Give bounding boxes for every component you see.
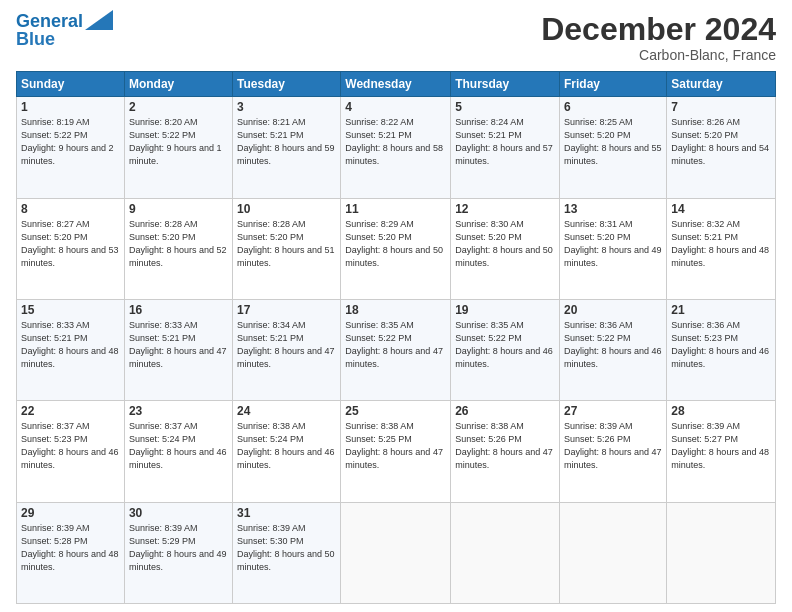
day-info: Sunrise: 8:22 AMSunset: 5:21 PMDaylight:… — [345, 116, 446, 168]
calendar-cell: 29Sunrise: 8:39 AMSunset: 5:28 PMDayligh… — [17, 502, 125, 603]
calendar-cell: 1Sunrise: 8:19 AMSunset: 5:22 PMDaylight… — [17, 97, 125, 198]
day-number: 8 — [21, 202, 120, 216]
day-info: Sunrise: 8:36 AMSunset: 5:22 PMDaylight:… — [564, 319, 662, 371]
day-number: 20 — [564, 303, 662, 317]
logo-text-general: General — [16, 11, 83, 31]
calendar-cell: 8Sunrise: 8:27 AMSunset: 5:20 PMDaylight… — [17, 198, 125, 299]
day-info: Sunrise: 8:39 AMSunset: 5:29 PMDaylight:… — [129, 522, 228, 574]
day-info: Sunrise: 8:39 AMSunset: 5:28 PMDaylight:… — [21, 522, 120, 574]
day-number: 23 — [129, 404, 228, 418]
calendar-cell: 17Sunrise: 8:34 AMSunset: 5:21 PMDayligh… — [233, 299, 341, 400]
calendar-cell: 11Sunrise: 8:29 AMSunset: 5:20 PMDayligh… — [341, 198, 451, 299]
calendar-cell: 16Sunrise: 8:33 AMSunset: 5:21 PMDayligh… — [124, 299, 232, 400]
calendar-cell: 24Sunrise: 8:38 AMSunset: 5:24 PMDayligh… — [233, 401, 341, 502]
day-info: Sunrise: 8:38 AMSunset: 5:25 PMDaylight:… — [345, 420, 446, 472]
day-number: 7 — [671, 100, 771, 114]
day-info: Sunrise: 8:33 AMSunset: 5:21 PMDaylight:… — [129, 319, 228, 371]
day-info: Sunrise: 8:30 AMSunset: 5:20 PMDaylight:… — [455, 218, 555, 270]
day-number: 28 — [671, 404, 771, 418]
day-number: 11 — [345, 202, 446, 216]
day-info: Sunrise: 8:20 AMSunset: 5:22 PMDaylight:… — [129, 116, 228, 168]
day-info: Sunrise: 8:39 AMSunset: 5:26 PMDaylight:… — [564, 420, 662, 472]
weekday-header-friday: Friday — [560, 72, 667, 97]
day-number: 5 — [455, 100, 555, 114]
day-info: Sunrise: 8:36 AMSunset: 5:23 PMDaylight:… — [671, 319, 771, 371]
logo: General Blue — [16, 12, 113, 50]
day-info: Sunrise: 8:37 AMSunset: 5:24 PMDaylight:… — [129, 420, 228, 472]
weekday-header-tuesday: Tuesday — [233, 72, 341, 97]
calendar-cell — [451, 502, 560, 603]
day-number: 14 — [671, 202, 771, 216]
day-number: 12 — [455, 202, 555, 216]
day-number: 24 — [237, 404, 336, 418]
calendar-week-row: 22Sunrise: 8:37 AMSunset: 5:23 PMDayligh… — [17, 401, 776, 502]
calendar-week-row: 15Sunrise: 8:33 AMSunset: 5:21 PMDayligh… — [17, 299, 776, 400]
calendar-cell: 13Sunrise: 8:31 AMSunset: 5:20 PMDayligh… — [560, 198, 667, 299]
day-info: Sunrise: 8:19 AMSunset: 5:22 PMDaylight:… — [21, 116, 120, 168]
day-number: 31 — [237, 506, 336, 520]
day-info: Sunrise: 8:38 AMSunset: 5:24 PMDaylight:… — [237, 420, 336, 472]
day-number: 6 — [564, 100, 662, 114]
day-number: 29 — [21, 506, 120, 520]
calendar-cell: 27Sunrise: 8:39 AMSunset: 5:26 PMDayligh… — [560, 401, 667, 502]
svg-marker-0 — [85, 10, 113, 30]
calendar-cell: 5Sunrise: 8:24 AMSunset: 5:21 PMDaylight… — [451, 97, 560, 198]
weekday-header-monday: Monday — [124, 72, 232, 97]
calendar-cell: 21Sunrise: 8:36 AMSunset: 5:23 PMDayligh… — [667, 299, 776, 400]
day-info: Sunrise: 8:34 AMSunset: 5:21 PMDaylight:… — [237, 319, 336, 371]
day-number: 4 — [345, 100, 446, 114]
logo-text-blue: Blue — [16, 30, 55, 50]
calendar-cell: 12Sunrise: 8:30 AMSunset: 5:20 PMDayligh… — [451, 198, 560, 299]
calendar-cell: 19Sunrise: 8:35 AMSunset: 5:22 PMDayligh… — [451, 299, 560, 400]
weekday-header-thursday: Thursday — [451, 72, 560, 97]
weekday-header-wednesday: Wednesday — [341, 72, 451, 97]
calendar-week-row: 29Sunrise: 8:39 AMSunset: 5:28 PMDayligh… — [17, 502, 776, 603]
calendar-cell: 3Sunrise: 8:21 AMSunset: 5:21 PMDaylight… — [233, 97, 341, 198]
title-block: December 2024 Carbon-Blanc, France — [541, 12, 776, 63]
calendar-cell: 26Sunrise: 8:38 AMSunset: 5:26 PMDayligh… — [451, 401, 560, 502]
calendar-week-row: 1Sunrise: 8:19 AMSunset: 5:22 PMDaylight… — [17, 97, 776, 198]
calendar-cell: 25Sunrise: 8:38 AMSunset: 5:25 PMDayligh… — [341, 401, 451, 502]
day-info: Sunrise: 8:21 AMSunset: 5:21 PMDaylight:… — [237, 116, 336, 168]
weekday-header-sunday: Sunday — [17, 72, 125, 97]
calendar-table: SundayMondayTuesdayWednesdayThursdayFrid… — [16, 71, 776, 604]
day-info: Sunrise: 8:29 AMSunset: 5:20 PMDaylight:… — [345, 218, 446, 270]
calendar-cell: 10Sunrise: 8:28 AMSunset: 5:20 PMDayligh… — [233, 198, 341, 299]
day-info: Sunrise: 8:37 AMSunset: 5:23 PMDaylight:… — [21, 420, 120, 472]
calendar-cell: 23Sunrise: 8:37 AMSunset: 5:24 PMDayligh… — [124, 401, 232, 502]
day-info: Sunrise: 8:32 AMSunset: 5:21 PMDaylight:… — [671, 218, 771, 270]
calendar-cell: 28Sunrise: 8:39 AMSunset: 5:27 PMDayligh… — [667, 401, 776, 502]
weekday-header-saturday: Saturday — [667, 72, 776, 97]
day-number: 10 — [237, 202, 336, 216]
day-info: Sunrise: 8:35 AMSunset: 5:22 PMDaylight:… — [455, 319, 555, 371]
day-number: 13 — [564, 202, 662, 216]
day-number: 21 — [671, 303, 771, 317]
day-number: 18 — [345, 303, 446, 317]
day-info: Sunrise: 8:28 AMSunset: 5:20 PMDaylight:… — [237, 218, 336, 270]
calendar-cell — [667, 502, 776, 603]
calendar-cell: 14Sunrise: 8:32 AMSunset: 5:21 PMDayligh… — [667, 198, 776, 299]
day-info: Sunrise: 8:28 AMSunset: 5:20 PMDaylight:… — [129, 218, 228, 270]
calendar-cell: 18Sunrise: 8:35 AMSunset: 5:22 PMDayligh… — [341, 299, 451, 400]
day-number: 1 — [21, 100, 120, 114]
calendar-cell: 22Sunrise: 8:37 AMSunset: 5:23 PMDayligh… — [17, 401, 125, 502]
day-number: 9 — [129, 202, 228, 216]
day-info: Sunrise: 8:27 AMSunset: 5:20 PMDaylight:… — [21, 218, 120, 270]
day-info: Sunrise: 8:35 AMSunset: 5:22 PMDaylight:… — [345, 319, 446, 371]
day-number: 30 — [129, 506, 228, 520]
calendar-cell: 20Sunrise: 8:36 AMSunset: 5:22 PMDayligh… — [560, 299, 667, 400]
page: General Blue December 2024 Carbon-Blanc,… — [0, 0, 792, 612]
header: General Blue December 2024 Carbon-Blanc,… — [16, 12, 776, 63]
day-number: 25 — [345, 404, 446, 418]
month-title: December 2024 — [541, 12, 776, 47]
day-number: 15 — [21, 303, 120, 317]
calendar-cell: 30Sunrise: 8:39 AMSunset: 5:29 PMDayligh… — [124, 502, 232, 603]
calendar-cell — [560, 502, 667, 603]
day-info: Sunrise: 8:25 AMSunset: 5:20 PMDaylight:… — [564, 116, 662, 168]
day-number: 26 — [455, 404, 555, 418]
logo-arrow-icon — [85, 10, 113, 30]
day-number: 17 — [237, 303, 336, 317]
calendar-cell: 15Sunrise: 8:33 AMSunset: 5:21 PMDayligh… — [17, 299, 125, 400]
day-info: Sunrise: 8:33 AMSunset: 5:21 PMDaylight:… — [21, 319, 120, 371]
day-number: 3 — [237, 100, 336, 114]
